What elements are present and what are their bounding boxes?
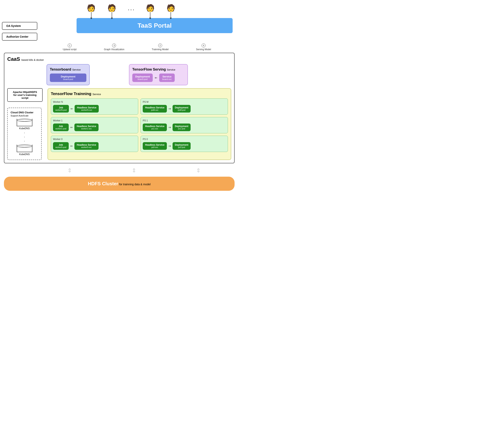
hdfs-bar: HDFS Cluster for trainning data & model	[4, 177, 235, 191]
ps-1-svc: Headless Service ps1-svc	[143, 123, 167, 131]
worker-0-job: Job worker0-pod	[53, 142, 69, 150]
diagram-container: 🧑 🧑 · · · 🧑 🧑 OA System Authorize Center	[0, 0, 238, 224]
tensorboard-title: Tensorboard Service	[50, 67, 86, 72]
services-row: Tensorboard Service Deployment board-pod…	[47, 64, 231, 85]
worker-n-arrow: ⇐	[71, 107, 73, 111]
tensorboard-service: Tensorboard Service Deployment board-pod	[47, 64, 90, 85]
taas-section: TaaS Portal	[37, 18, 237, 33]
circle-1: 1	[68, 44, 72, 47]
ps-1-pod: Deployment ps1-pod	[173, 123, 191, 131]
ps-0-label: PS 0	[143, 138, 226, 140]
tensorboard-subtitle: Service	[72, 68, 81, 71]
bottom-arrow-3: ⇕	[196, 167, 201, 174]
worker-1-job: Job worker1-pod	[53, 123, 69, 131]
tf-training-subtitle: Service	[92, 93, 101, 96]
user-arrow-4	[171, 12, 171, 18]
portal-label-3: 3 Graph Visualization	[104, 44, 125, 51]
ps-m-pod: Deployment psM-pod	[173, 105, 191, 112]
tensorboard-deployment-label: Deployment	[53, 75, 83, 78]
ps-m-box: PS M Headless Service psM-svc ⇒ Deployme…	[141, 99, 228, 115]
portal-label-4: 4 Serving Model	[196, 44, 211, 51]
tf-serving-service-sublabel: board-svc	[162, 78, 172, 80]
worker-0-label: Worker 0	[53, 138, 136, 140]
tf-serving-deployment-label: Deployment	[135, 75, 150, 78]
user-arrow-2	[112, 12, 112, 18]
taas-portal-box: TaaS Portal	[77, 18, 233, 33]
kubedns-label-2: KubeDNS	[11, 153, 38, 156]
ps-1-label: PS 1	[143, 119, 226, 122]
taas-portal-title: TaaS Portal	[137, 22, 172, 29]
portal-label-text-4: Serving Model	[196, 48, 211, 51]
circle-3: 3	[112, 44, 116, 47]
tf-serving-title: TensorFlow Serving Service	[132, 67, 185, 72]
user-icon-2: 🧑	[107, 4, 116, 12]
ps-1-arrow: ⇒	[168, 125, 171, 129]
ps-m-pods: Headless Service psM-svc ⇒ Deployment ps…	[143, 105, 226, 112]
tf-serving-subtitle: Service	[167, 68, 175, 71]
user-2: 🧑	[107, 4, 116, 18]
cloud-dns-container: Cloud DNS Cluster Support AutoScale Kube…	[7, 108, 42, 160]
circle-2: 2	[158, 44, 162, 47]
cloud-dns-title: Cloud DNS Cluster	[11, 111, 38, 114]
caas-container: CaaS based k8s & docker Tensorboard Serv…	[4, 53, 235, 163]
apache-line2: for user's trainning script	[11, 93, 39, 99]
tf-serving-deployment-sublabel: board-pod	[135, 78, 150, 80]
worker-0-box: Worker 0 Job worker0-pod ⇐ Headless Serv…	[51, 136, 138, 152]
caas-title: CaaS based k8s & docker	[7, 56, 231, 62]
portal-labels-row: 1 Uplaod script 3 Graph Visualization 2 …	[41, 42, 233, 52]
worker-0-arrow: ⇐	[70, 144, 73, 148]
left-boxes: OA System Authorize Center	[2, 18, 37, 41]
worker-1-box: Worker 1 Job worker1-pod ⇐ Headless Serv…	[51, 117, 138, 133]
user-arrow-1	[91, 12, 91, 18]
serving-lr-arrow: ⇐	[155, 76, 157, 80]
worker-0-pods: Job worker0-pod ⇐ Headless Service worke…	[53, 142, 136, 150]
ps-0-svc: Headless Service ps0-svc	[143, 142, 167, 150]
oa-system-box: OA System	[2, 22, 37, 30]
bottom-arrow-2: ⇕	[132, 167, 136, 174]
worker-1-pods: Job worker1-pod ⇐ Headless Service worke…	[53, 123, 136, 131]
user-dots: · · ·	[128, 7, 134, 15]
user-icon-1: 🧑	[87, 4, 95, 12]
dns-vertical-dots: ···	[11, 131, 38, 143]
portal-label-text-2: Trainning Model	[152, 48, 169, 51]
tf-training-title: TensorFlow Trainning Service	[51, 92, 228, 96]
portal-label-text-3: Graph Visualization	[104, 48, 125, 51]
portal-label-text-1: Uplaod script	[63, 48, 77, 51]
ps-m-label: PS M	[143, 101, 226, 103]
apache-line1: Apache Httpd/HDFS	[11, 91, 39, 93]
caas-left: Apache Httpd/HDFS for user's trainning s…	[7, 88, 45, 160]
user-4: 🧑	[167, 4, 175, 18]
top-section: OA System Authorize Center TaaS Portal	[2, 18, 237, 41]
users-row: 🧑 🧑 · · · 🧑 🧑	[25, 2, 237, 18]
ps-1-pods: Headless Service ps1-svc ⇒ Deployment ps…	[143, 123, 226, 131]
ps-0-pods: Headless Service ps0-svc ⇒ Deployment ps…	[143, 142, 226, 150]
tensorboard-deployment-sublabel: board-pod	[53, 78, 83, 80]
user-1: 🧑	[87, 4, 95, 18]
worker-0-svc: Headless Service worker0-svc	[74, 142, 99, 150]
user-icon-4: 🧑	[167, 4, 175, 12]
worker-n-box: Worker N Job workerN-pod ⇐ Headless Serv…	[51, 99, 138, 115]
tf-serving-service-box: Service board-svc	[159, 74, 174, 82]
authorize-center-box: Authorize Center	[2, 33, 37, 41]
portal-label-2: 2 Trainning Model	[152, 44, 169, 51]
ps-1-box: PS 1 Headless Service ps1-svc ⇒ Deployme…	[141, 117, 228, 133]
bottom-arrow-1: ⇕	[67, 167, 72, 174]
kubedns-label-1: KubeDNS	[11, 127, 38, 130]
worker-n-pods: Job workerN-pod ⇐ Headless Service worke…	[53, 105, 136, 112]
user-3: 🧑	[146, 4, 155, 18]
oa-system-label: OA System	[6, 24, 21, 28]
apache-box: Apache Httpd/HDFS for user's trainning s…	[7, 88, 43, 102]
worker-1-label: Worker 1	[53, 119, 136, 122]
worker-n-svc: Headless Service workerN-svc	[75, 105, 99, 112]
portal-label-1: 1 Uplaod script	[63, 44, 77, 51]
hdfs-subtitle: for trainning data & model	[119, 183, 150, 186]
cloud-dns-subtitle: Support AutoScale	[11, 115, 38, 117]
circle-4: 4	[202, 44, 206, 47]
tf-serving-service: TensorFlow Serving Service Deployment bo…	[129, 64, 188, 85]
tf-serving-service-label: Service	[162, 75, 172, 78]
caas-subtitle: based k8s & docker	[21, 58, 44, 61]
caas-inner: Apache Httpd/HDFS for user's trainning s…	[7, 88, 231, 160]
worker-n-label: Worker N	[53, 101, 136, 103]
serving-pods-row: Deployment board-pod ⇐ Service board-svc	[132, 74, 185, 82]
workers-ps-grid: Worker N Job workerN-pod ⇐ Headless Serv…	[51, 99, 228, 152]
